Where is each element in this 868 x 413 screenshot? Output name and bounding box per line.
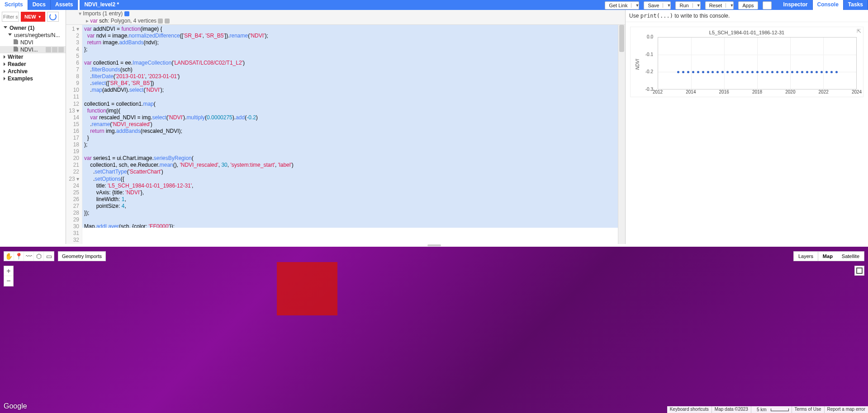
file-title: NDVI_level2 * (78, 0, 123, 10)
delete-icon[interactable] (58, 47, 64, 52)
edit-icon[interactable] (52, 47, 57, 52)
map-scale: 5 km (751, 406, 792, 413)
left-tabs: ScriptsDocsAssets (0, 0, 78, 10)
terms-link[interactable]: Terms of Use (792, 406, 824, 413)
owner-folder[interactable]: Owner (1) (0, 24, 66, 32)
line-gutter: 1 ▾2345678910111213 ▾1415161718192021222… (66, 25, 82, 244)
filter-scripts-input[interactable] (2, 12, 19, 22)
map-type-toggle: Map Satellite (818, 251, 864, 261)
reader-folder[interactable]: Reader (0, 61, 66, 68)
map-attribution: Keyboard shortcuts Map data ©2023 5 km T… (667, 406, 868, 413)
history-icon[interactable] (46, 47, 51, 52)
line-tool[interactable]: 〰 (24, 252, 34, 261)
editor-toolbar: Get Link▼ Save▼ Run▼ Reset▼ Apps ⚙ (602, 0, 774, 10)
settings-button[interactable]: ⚙ (763, 1, 772, 9)
archive-folder[interactable]: Archive (0, 68, 66, 75)
tab-tasks[interactable]: Tasks (844, 0, 868, 10)
refresh-button[interactable] (47, 12, 59, 22)
geom-settings-icon[interactable] (165, 19, 170, 23)
get-link-button[interactable]: Get Link▼ (605, 1, 639, 9)
zoom-control: + − (4, 266, 14, 286)
code-area[interactable]: var addNDVI = function(image) { var ndvi… (82, 25, 625, 244)
tab-docs[interactable]: Docs (28, 0, 51, 10)
run-button[interactable]: Run▼ (675, 1, 700, 9)
polygon-tool[interactable]: ⬡ (34, 252, 44, 261)
user-folder[interactable]: users/negberts/N... (0, 32, 66, 39)
gear-icon: ⚙ (764, 2, 769, 9)
map-canvas[interactable]: ✋ 📍 〰 ⬡ ▭ Geometry Imports + − Layers Ma… (0, 247, 868, 413)
editor-scrollbar[interactable] (618, 25, 625, 244)
scripts-panel: NEW▼ Owner (1) users/negberts/N... NDVI … (0, 10, 66, 244)
scripts-tree: Owner (1) users/negberts/N... NDVI NDVI.… (0, 23, 66, 83)
geom-edit-icon[interactable] (158, 19, 163, 23)
console-panel: Use print(...) to write to this console.… (626, 10, 868, 244)
google-logo: Google (4, 402, 27, 410)
console-tip: Use print(...) to write to this console. (626, 10, 868, 22)
tab-assets[interactable]: Assets (51, 0, 78, 10)
chart-card: ⇱ L5_SCH_1984-01-01_1986-12-31 NDVI 0.0-… (630, 27, 863, 97)
examples-folder[interactable]: Examples (0, 75, 66, 82)
fullscreen-button[interactable] (854, 266, 864, 276)
layers-button[interactable]: Layers (793, 251, 818, 261)
map-data: Map data ©2023 (711, 406, 751, 413)
writer-folder[interactable]: Writer (0, 53, 66, 61)
tab-inspector[interactable]: Inspector (779, 0, 813, 10)
geometry-tools: ✋ 📍 〰 ⬡ ▭ (4, 251, 54, 261)
apps-button[interactable]: Apps (738, 1, 758, 9)
reset-button[interactable]: Reset▼ (705, 1, 734, 9)
map-type-satellite[interactable]: Satellite (837, 252, 864, 261)
keyboard-shortcuts-link[interactable]: Keyboard shortcuts (667, 406, 711, 413)
geometry-overlay (277, 262, 337, 315)
new-script-button[interactable]: NEW▼ (21, 12, 45, 22)
pan-tool[interactable]: ✋ (4, 252, 14, 261)
imports-bar[interactable]: ▾ Imports (1 entry) ▸ var sch: var sch: … (66, 10, 625, 25)
code-editor: ▾ Imports (1 entry) ▸ var sch: var sch: … (66, 10, 626, 244)
chart-title: L5_SCH_1984-01-01_1986-12-31 (635, 30, 859, 35)
chart-popout-icon[interactable]: ⇱ (857, 28, 861, 34)
zoom-out-button[interactable]: − (4, 276, 13, 286)
right-tabs: InspectorConsoleTasks (779, 0, 868, 10)
map-type-map[interactable]: Map (818, 252, 837, 261)
zoom-in-button[interactable]: + (4, 266, 13, 276)
rectangle-tool[interactable]: ▭ (44, 252, 54, 261)
script-file-ndvi[interactable]: NDVI (0, 39, 66, 46)
chart-area: NDVI 0.0-0.1-0.2-0.3 2012201420162018202… (635, 37, 859, 96)
point-tool[interactable]: 📍 (14, 252, 24, 261)
save-button[interactable]: Save▼ (644, 1, 671, 9)
imports-indicator-icon (124, 11, 129, 16)
tab-console[interactable]: Console (813, 0, 844, 10)
tab-scripts[interactable]: Scripts (0, 0, 28, 10)
script-file-ndvi2[interactable]: NDVI... (0, 46, 66, 53)
geometry-imports-button[interactable]: Geometry Imports (58, 251, 106, 261)
report-error-link[interactable]: Report a map error (824, 406, 868, 413)
